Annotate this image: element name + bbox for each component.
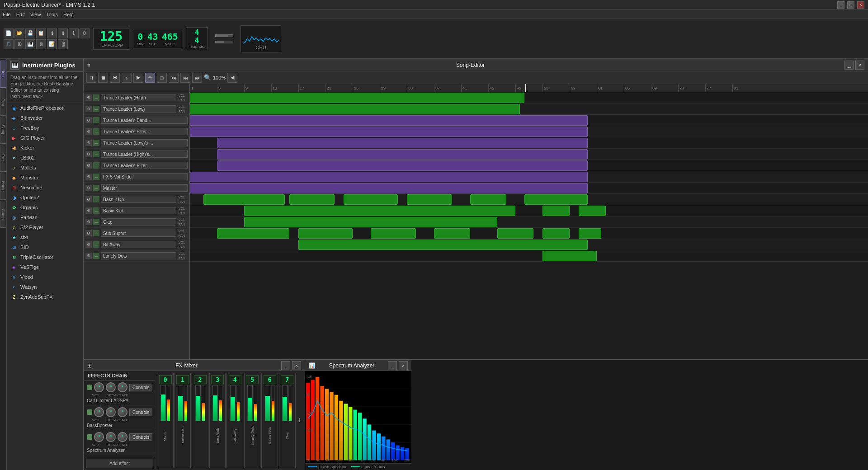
segment-12-5[interactable]: [542, 228, 570, 239]
track-row-14[interactable]: [190, 250, 868, 262]
segment-6-0[interactable]: [217, 160, 588, 171]
tab-my-home[interactable]: Home: [0, 173, 6, 200]
effect-0-knob-gate[interactable]: [118, 382, 127, 392]
segment-10-1[interactable]: [542, 206, 570, 216]
plugin-item-zynaddsubfx[interactable]: Z ZynAddSubFX: [7, 292, 83, 302]
track-settings-11[interactable]: ⚙: [85, 219, 92, 225]
song-editor-minimize-button[interactable]: _: [844, 61, 854, 70]
effect-0-controls-button[interactable]: Controls: [129, 384, 152, 391]
track-name-btn-5[interactable]: Trance Leader (High)'s...: [101, 150, 188, 158]
track-row-1[interactable]: [190, 103, 868, 115]
export-button[interactable]: ⬆: [47, 28, 57, 38]
segment-12-3[interactable]: [434, 228, 470, 239]
track-name-btn-4[interactable]: Trance Leader (Low)'s ...: [101, 139, 188, 146]
track-settings-12[interactable]: ⚙: [85, 230, 92, 236]
track-mute-5[interactable]: —: [93, 151, 99, 157]
fx-channel-2-fader[interactable]: [195, 385, 201, 421]
menu-tools[interactable]: Tools: [46, 12, 58, 17]
fx-channel-6-fader[interactable]: [265, 385, 270, 421]
segment-9-5[interactable]: [524, 194, 588, 205]
menu-view[interactable]: View: [30, 12, 41, 17]
effect-2-knob-wd[interactable]: [94, 432, 104, 442]
track-mute-0[interactable]: —: [93, 94, 99, 101]
track-settings-1[interactable]: ⚙: [85, 106, 92, 112]
plugin-item-vibed[interactable]: V Vibed: [7, 272, 83, 282]
segment-12-0[interactable]: [217, 228, 289, 239]
plugin-item-vestige[interactable]: ◈ VeSTige: [7, 262, 83, 272]
master-volume-slider[interactable]: [215, 34, 233, 37]
track-name-btn-1[interactable]: Trance Leader (Low): [101, 105, 176, 113]
tab-computer[interactable]: Comp: [0, 201, 6, 228]
time-signature[interactable]: 4 4 TIME SIG: [186, 27, 208, 50]
track-row-5[interactable]: [190, 149, 868, 160]
track-row-12[interactable]: [190, 228, 868, 239]
track-settings-8[interactable]: ⚙: [85, 185, 92, 191]
maximize-button[interactable]: □: [847, 1, 854, 9]
track-row-2[interactable]: [190, 115, 868, 126]
plugin-item-watsyn[interactable]: ≈ Watsyn: [7, 282, 83, 292]
effect-0-enable[interactable]: [87, 385, 92, 390]
zoom-scroll-button[interactable]: ◀: [227, 73, 237, 83]
open-button[interactable]: 📂: [14, 28, 24, 38]
track-name-btn-7[interactable]: FX 5 Vol Slider: [101, 173, 188, 180]
project-notes-button[interactable]: 📝: [47, 39, 57, 49]
track-settings-14[interactable]: ⚙: [85, 253, 92, 259]
track-row-0[interactable]: [190, 92, 868, 103]
track-row-10[interactable]: [190, 205, 868, 216]
effect-2-controls-button[interactable]: Controls: [129, 433, 152, 441]
track-mute-6[interactable]: —: [93, 162, 99, 169]
track-mute-7[interactable]: —: [93, 174, 99, 180]
segment-9-3[interactable]: [407, 194, 452, 205]
track-name-btn-2[interactable]: Trance Leader's Band...: [101, 117, 188, 124]
segment-12-4[interactable]: [497, 228, 533, 239]
effect-1-knob-wd[interactable]: [94, 407, 104, 417]
effect-2-knob-gate[interactable]: [118, 432, 127, 442]
track-mute-12[interactable]: —: [93, 230, 99, 236]
track-settings-0[interactable]: ⚙: [85, 94, 92, 101]
segment-10-2[interactable]: [579, 206, 606, 216]
plugin-item-audiofileprocessor[interactable]: ▣ AudioFileProcessor: [7, 103, 83, 113]
spectrum-close-button[interactable]: ×: [399, 361, 408, 370]
track-settings-5[interactable]: ⚙: [85, 151, 92, 157]
fx-channel-3-fader[interactable]: [212, 385, 218, 421]
save-as-button[interactable]: 📋: [36, 28, 46, 38]
segment-5-0[interactable]: [217, 149, 588, 160]
segment-9-1[interactable]: [289, 194, 335, 205]
plugin-item-kicker[interactable]: ◉ Kicker: [7, 143, 83, 153]
erase-tool-button[interactable]: □: [157, 73, 167, 83]
track-row-4[interactable]: [190, 137, 868, 149]
close-button[interactable]: ×: [857, 1, 864, 9]
track-name-btn-8[interactable]: Master: [101, 184, 188, 192]
plugin-item-mallets[interactable]: ♪ Mallets: [7, 163, 83, 173]
segment-1-0[interactable]: [190, 104, 520, 114]
track-row-7[interactable]: [190, 171, 868, 183]
track-settings-3[interactable]: ⚙: [85, 128, 92, 135]
track-row-8[interactable]: [190, 183, 868, 194]
effect-1-enable[interactable]: [87, 409, 92, 415]
track-mute-13[interactable]: —: [93, 241, 99, 248]
menu-file[interactable]: File: [3, 12, 11, 17]
piano-roll-button[interactable]: 🎹: [25, 39, 35, 49]
track-name-btn-9[interactable]: Bass It Up: [101, 196, 176, 203]
fx-mixer-close-button[interactable]: ×: [292, 361, 301, 370]
segment-9-0[interactable]: [203, 194, 285, 205]
segment-13-0[interactable]: [298, 240, 588, 250]
segment-2-0[interactable]: [190, 115, 588, 126]
info-button[interactable]: ℹ: [69, 28, 79, 38]
effect-0-knob-decay[interactable]: [106, 382, 116, 392]
track-settings-7[interactable]: ⚙: [85, 174, 92, 180]
track-name-btn-12[interactable]: Sub Suport: [101, 230, 176, 237]
plugin-item-sf2player[interactable]: ♫ Sf2 Player: [7, 222, 83, 232]
track-mute-2[interactable]: —: [93, 117, 99, 123]
track-mute-1[interactable]: —: [93, 106, 99, 112]
tab-my-projects[interactable]: Proj: [0, 89, 6, 116]
track-settings-10[interactable]: ⚙: [85, 207, 92, 214]
fx-channel-5-fader[interactable]: [247, 385, 253, 421]
track-row-11[interactable]: [190, 216, 868, 228]
setup-button[interactable]: ⚙: [80, 28, 90, 38]
fx-channel-1-fader[interactable]: [178, 385, 183, 421]
plugin-item-sfxr[interactable]: ★ sfxr: [7, 232, 83, 242]
plugin-item-freeboy[interactable]: □ FreeBoy: [7, 123, 83, 133]
track-settings-2[interactable]: ⚙: [85, 117, 92, 123]
master-pitch-slider[interactable]: [215, 41, 233, 43]
